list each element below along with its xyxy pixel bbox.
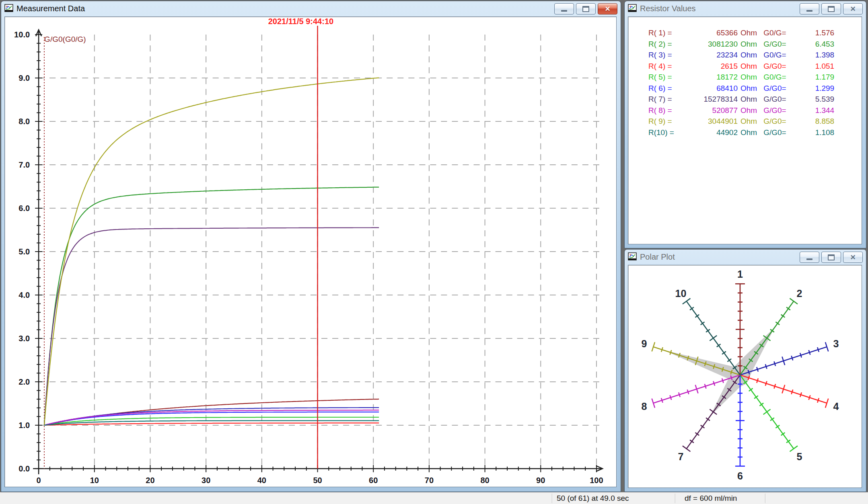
close-button[interactable]: ✕ (843, 3, 863, 14)
x-tick-label: 90 (536, 476, 545, 485)
polar-plot-window: Polar Plot ✕ 12345678910 (624, 249, 866, 492)
measurement-titlebar[interactable]: Measurement Data ✕ (1, 1, 621, 16)
minimize-button[interactable] (800, 252, 819, 263)
polar-axis-label-3: 3 (833, 338, 839, 349)
polar-axis-label-8: 8 (641, 401, 647, 412)
polar-axis-tick (774, 361, 775, 366)
measurement-window-title: Measurement Data (16, 4, 85, 13)
polar-axis-tick (757, 367, 758, 371)
x-tick-label: 50 (313, 476, 322, 485)
resistor-row: R( 5) =18172OhmG0/G=1.179 (648, 72, 862, 83)
polar-axis-tick (710, 336, 717, 341)
resistor-values-window: Resistor Values ✕ R( 1) =65366OhmG0/G=1.… (624, 1, 866, 248)
polar-axis-tick (774, 384, 775, 388)
polar-axis-tick (713, 381, 715, 385)
status-bar: 50 (of 61) at 49.0 sec df = 600 ml/min (0, 492, 868, 504)
minimize-icon (806, 10, 812, 12)
y-tick-label: 4.0 (19, 291, 30, 299)
x-tick-label: 100 (590, 476, 603, 485)
polar-axis-label-1: 1 (737, 268, 743, 280)
polar-plot-area[interactable]: 12345678910 (628, 265, 862, 488)
resistor-row: R( 3) =23234OhmG0/G=1.398 (648, 49, 862, 61)
resistor-row: R( 9) =3044901OhmG/G0=8.858 (648, 116, 862, 127)
polar-axis-tick (722, 378, 724, 383)
close-icon: ✕ (850, 6, 856, 12)
x-tick-label: 20 (146, 476, 154, 485)
polar-axis-tick (683, 446, 690, 451)
y-tick-label: 9.0 (19, 74, 30, 82)
close-icon: ✕ (850, 254, 856, 261)
polar-axis-tick (757, 378, 758, 383)
maximize-icon (828, 254, 835, 260)
y-tick-label: 2.0 (19, 377, 30, 386)
maximize-button[interactable] (821, 3, 841, 14)
app-chart-icon (4, 4, 13, 13)
resistor-window-title: Resistor Values (640, 4, 696, 13)
polar-axis-label-10: 10 (675, 288, 687, 299)
polar-chart[interactable]: 12345678910 (628, 265, 862, 488)
resistor-row: R(10) =44902OhmG/G0=1.108 (648, 127, 862, 138)
close-button[interactable]: ✕ (843, 252, 863, 263)
x-tick-label: 60 (369, 476, 378, 485)
resistor-values-list: R( 1) =65366OhmG0/G=1.576R( 2) =3081230O… (628, 17, 862, 138)
polar-titlebar[interactable]: Polar Plot ✕ (625, 250, 866, 264)
resistor-values-area: R( 1) =65366OhmG0/G=1.576R( 2) =3081230O… (628, 16, 862, 244)
close-button[interactable]: ✕ (598, 3, 617, 14)
polar-axis-tick (800, 392, 802, 397)
measurement-chart-area[interactable]: 01020304050607080901000.01.02.03.04.05.0… (4, 16, 617, 487)
polar-axis-tick (687, 389, 689, 394)
close-icon: ✕ (605, 6, 610, 12)
app-chart-icon (628, 252, 637, 261)
resistor-row: R( 8) =520877OhmG/G0=1.344 (648, 105, 862, 116)
y-tick-label: 0.0 (19, 464, 30, 473)
y-tick-label: 5.0 (19, 247, 30, 256)
polar-axis-tick (817, 398, 819, 402)
status-separator (675, 494, 675, 503)
polar-axis-tick (790, 298, 798, 304)
x-tick-label: 80 (480, 476, 489, 485)
polar-axis-tick (792, 389, 793, 394)
polar-axis-tick (800, 353, 802, 357)
status-flow-text: df = 600 ml/min (685, 494, 737, 503)
minimize-icon (561, 10, 567, 12)
x-tick-label: 0 (37, 476, 41, 485)
minimize-button[interactable] (800, 3, 819, 14)
y-axis-label: G/G0(G0/G) (44, 35, 86, 43)
status-separator (765, 494, 765, 503)
resistor-row: R( 1) =65366OhmG0/G=1.576 (648, 27, 862, 39)
resistor-titlebar[interactable]: Resistor Values ✕ (625, 1, 866, 16)
polar-axis-label-7: 7 (678, 451, 684, 462)
polar-axis-tick (809, 395, 810, 400)
y-tick-label: 1.0 (19, 421, 30, 430)
resistor-row: R( 6) =68410OhmG/G0=1.299 (648, 83, 862, 94)
polar-axis-tick (670, 395, 672, 400)
mdi-desktop: { "app_background": "#6a6a6a", "windows"… (0, 0, 868, 504)
polar-window-title: Polar Plot (640, 252, 675, 262)
maximize-button[interactable] (576, 3, 596, 14)
minimize-icon (806, 258, 812, 260)
polar-axis-tick (817, 347, 819, 352)
resistor-row: R( 7) =15278314OhmG/G0=5.539 (648, 94, 862, 105)
y-tick-label: 3.0 (19, 334, 30, 343)
polar-axis-tick (763, 409, 771, 414)
polar-axis-label-9: 9 (641, 338, 647, 349)
minimize-button[interactable] (554, 3, 574, 14)
polar-axis-label-2: 2 (796, 288, 802, 299)
polar-axis-tick (765, 381, 767, 385)
y-tick-label: 7.0 (19, 160, 30, 169)
resistor-row: R( 4) =2615OhmG/G0=1.051 (648, 61, 862, 72)
maximize-button[interactable] (821, 252, 841, 263)
polar-axis-tick (670, 350, 672, 354)
maximize-icon (828, 6, 835, 12)
y-tick-label: 6.0 (19, 204, 30, 213)
timestamp-annotation: 2021/11/5 9:44:10 (268, 17, 333, 26)
polar-axis-tick (809, 350, 810, 354)
measurement-chart[interactable]: 01020304050607080901000.01.02.03.04.05.0… (5, 17, 616, 487)
polar-axis-label-4: 4 (833, 401, 839, 412)
polar-axis-tick (683, 298, 690, 304)
x-tick-label: 10 (90, 476, 99, 485)
polar-axis-tick (661, 347, 663, 352)
x-tick-label: 40 (257, 476, 266, 485)
polar-axis-tick (705, 384, 706, 388)
polar-axis-tick (679, 392, 680, 397)
